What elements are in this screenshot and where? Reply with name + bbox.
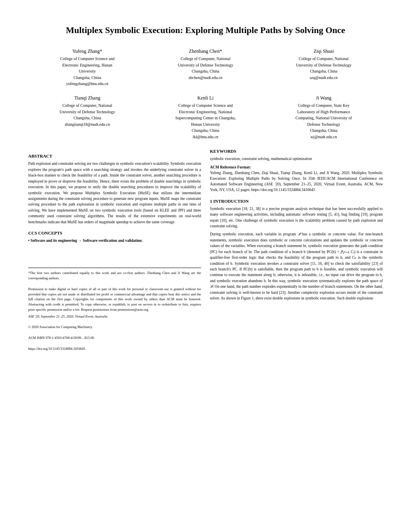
author-aff-0: College of Computer Science andElectroni… — [31, 56, 143, 87]
author-block-2: Ziqi Shuai College of Computer, National… — [265, 48, 383, 87]
author-name-1: Zhenbang Chen* — [149, 48, 261, 55]
footnote-area: *The first two authors contributed equal… — [28, 268, 201, 351]
two-col-layout: ABSTRACT Path explosion and constraint s… — [28, 149, 383, 351]
keywords-heading: KEYWORDS — [210, 149, 383, 154]
abstract-text: Path explosion and constraint solving ar… — [28, 161, 201, 225]
intro-text: Symbolic execution [18, 21, 38] is a pre… — [210, 206, 383, 301]
author-block-4: Kenli Li College of Computer Science and… — [146, 94, 264, 140]
keywords-text: symbolic execution, constraint solving, … — [210, 156, 383, 162]
author-block-5: Ji Wang College of Computer, State KeyLa… — [265, 94, 383, 140]
author-aff-4: College of Computer Science andElectroni… — [149, 102, 261, 140]
author-aff-5: College of Computer, State KeyLaboratory… — [268, 102, 380, 140]
ccs-content: • Software and its engineering → Softwar… — [28, 238, 201, 243]
author-aff-2: College of Computer, NationalUniversity … — [268, 56, 380, 81]
conf-line: ASE '20, September 21–25, 2020, Virtual … — [28, 314, 201, 319]
author-name-2: Ziqi Shuai — [268, 48, 380, 55]
author-name-5: Ji Wang — [268, 94, 380, 102]
doi-text: https://doi.org/10.1145/3324884.3416645 — [28, 346, 201, 351]
author-aff-1: College of Computer, NationalUniversity … — [149, 56, 261, 81]
left-column: ABSTRACT Path explosion and constraint s… — [28, 149, 201, 351]
author-name-0: Yufeng Zhang* — [31, 48, 143, 55]
intro-heading: 1 INTRODUCTION — [210, 199, 383, 204]
ccs-bullet: • Software and its engineering → Softwar… — [28, 239, 141, 243]
isbn-text: ACM ISBN 978-1-4503-6768-4/20/09…$15.00 — [28, 335, 201, 341]
acm-ref-label: ACM Reference Format: — [210, 165, 383, 169]
acm-ref-text: Yufeng Zhang, Zhenbang Chen, Ziqi Shuai,… — [210, 170, 383, 193]
authors-row-1: Yufeng Zhang* College of Computer Scienc… — [28, 48, 383, 87]
title-section: Multiplex Symbolic Execution: Exploring … — [28, 24, 383, 36]
author-aff-3: College of Computer, NationalUniversity … — [31, 102, 143, 127]
abstract-heading: ABSTRACT — [28, 154, 201, 158]
authors-row-2: Tianqi Zhang College of Computer, Nation… — [28, 94, 383, 140]
author-name-3: Tianqi Zhang — [31, 94, 143, 102]
footnote-star: *The first two authors contributed equal… — [28, 270, 201, 281]
author-block-0: Yufeng Zhang* College of Computer Scienc… — [28, 48, 146, 87]
ccs-heading: CCS CONCEPTS — [28, 231, 201, 235]
right-column: KEYWORDS symbolic execution, constraint … — [210, 149, 383, 351]
copyright-text: © 2020 Association for Computing Machine… — [28, 324, 201, 330]
author-block-3: Tianqi Zhang College of Computer, Nation… — [28, 94, 146, 140]
paper-title: Multiplex Symbolic Execution: Exploring … — [28, 24, 383, 36]
author-block-1: Zhenbang Chen* College of Computer, Nati… — [146, 48, 264, 87]
permission-text: Permission to make digital or hard copie… — [28, 287, 201, 312]
author-name-4: Kenli Li — [149, 94, 261, 102]
page: Multiplex Symbolic Execution: Exploring … — [0, 0, 411, 532]
